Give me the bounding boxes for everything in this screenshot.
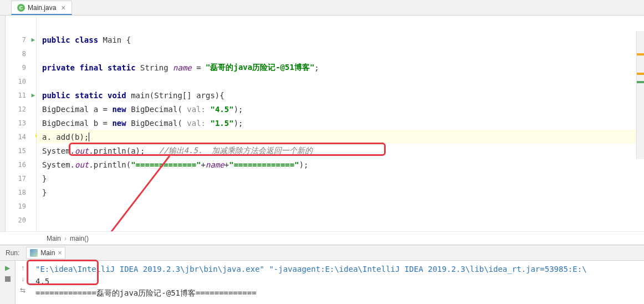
filter-icon[interactable]: ⇆ (20, 286, 25, 294)
line-number[interactable]: 10 (6, 74, 36, 88)
breadcrumb-class[interactable]: Main (47, 235, 61, 242)
close-icon[interactable]: × (61, 3, 65, 12)
code-editor[interactable]: public class Main { private final static… (37, 16, 644, 231)
console-line-cmd: "E:\idea\IntelliJ IDEA 2019.2.3\jbr\bin\… (35, 263, 638, 275)
line-number[interactable]: 13 (6, 116, 36, 130)
run-tool-window: Run: Main × ▶ ↑ ↓ ⇆ "E:\idea\IntelliJ ID… (0, 245, 644, 304)
line-number[interactable]: 18 (6, 185, 36, 199)
up-arrow-icon[interactable]: ↑ (21, 264, 24, 272)
run-tab-name: Main (40, 249, 55, 257)
run-label: Run: (6, 249, 19, 257)
console-line-output: =============磊哥的java历险记-@51博客===========… (35, 287, 638, 300)
console-nav: ↑ ↓ ⇆ (16, 261, 30, 304)
chevron-right-icon: › (64, 235, 67, 242)
run-gutter-icon[interactable]: ▶ (31, 36, 35, 43)
line-number[interactable]: 15 (6, 144, 36, 158)
line-number[interactable]: 20 (6, 213, 36, 227)
java-class-icon: C (17, 4, 25, 12)
stop-icon[interactable] (5, 276, 11, 282)
line-number[interactable]: 12 (6, 102, 36, 116)
run-gutter-icon[interactable]: ▶ (31, 92, 35, 99)
run-config-tab[interactable]: Main × (26, 247, 65, 259)
line-number[interactable]: 17 (6, 171, 36, 185)
line-gutter: 7▶ 8 9 10 11▶ 12 13 14💡 15 16 17 18 19 2… (6, 16, 37, 231)
line-number[interactable]: 16 (6, 158, 36, 171)
rerun-icon[interactable]: ▶ (5, 264, 10, 272)
close-icon[interactable]: × (58, 249, 62, 257)
breadcrumb-method[interactable]: main() (70, 235, 89, 242)
down-arrow-icon[interactable]: ↓ (21, 275, 24, 283)
line-number[interactable]: 14💡 (6, 130, 36, 144)
left-gutter-edge (0, 16, 6, 231)
line-number[interactable]: 7▶ (6, 33, 36, 47)
breadcrumb: Main › main() (0, 231, 644, 245)
line-number[interactable]: 9 (6, 60, 36, 74)
app-icon (30, 249, 38, 257)
console-line-output: 4.5 (35, 275, 638, 287)
editor-scrollbar[interactable] (636, 31, 644, 159)
text-cursor (89, 133, 89, 141)
line-number[interactable]: 11▶ (6, 88, 36, 102)
console-output[interactable]: "E:\idea\IntelliJ IDEA 2019.2.3\jbr\bin\… (30, 261, 644, 304)
run-toolbar: ▶ (0, 261, 16, 304)
editor-tabs: C Main.java × (0, 0, 644, 16)
editor: 7▶ 8 9 10 11▶ 12 13 14💡 15 16 17 18 19 2… (0, 16, 644, 231)
tab-filename: Main.java (28, 4, 56, 12)
line-number[interactable]: 19 (6, 199, 36, 213)
line-number[interactable]: 8 (6, 47, 36, 60)
file-tab-main[interactable]: C Main.java × (11, 1, 72, 15)
